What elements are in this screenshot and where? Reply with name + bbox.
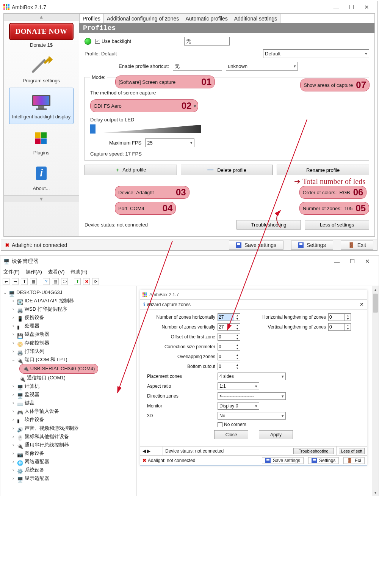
dm-maximize-button[interactable]: ☐: [349, 258, 355, 264]
add-profile-button[interactable]: ＋Add profile: [85, 165, 177, 175]
aspect-select[interactable]: 1:1: [218, 382, 259, 390]
rename-profile-button[interactable]: Rename profile: [277, 165, 369, 175]
mode-value-highlight[interactable]: [Software] Screen capture 01: [115, 75, 215, 88]
minimize-button[interactable]: —: [333, 4, 339, 10]
wizard-save-button[interactable]: Save settings: [262, 457, 304, 464]
wizard-troubleshooting-button[interactable]: Troubleshooting: [293, 448, 334, 454]
status-led-icon: [85, 38, 91, 45]
ambibox-titlebar: AmbiBox 2.1.7 — ☐ ✕: [1, 1, 377, 13]
menu-action[interactable]: 操作(A): [26, 269, 42, 275]
use-backlight-checkbox[interactable]: ✓Use backlight: [95, 38, 131, 44]
forward-icon[interactable]: ➡: [12, 278, 19, 285]
panel-title: Profiles: [79, 23, 374, 33]
correction-input[interactable]: ▴▾: [218, 343, 252, 351]
placement-select[interactable]: 4 sides: [218, 373, 286, 380]
no-corners-checkbox[interactable]: No corners: [218, 422, 293, 427]
sidebar-donate[interactable]: DONATE NOW Donate 1$: [9, 20, 74, 52]
wizard-settings-button[interactable]: Settings: [308, 457, 339, 464]
disable-icon[interactable]: ✖: [83, 278, 90, 285]
delete-profile-button[interactable]: —Delete profile: [181, 165, 273, 175]
method-select[interactable]: GDI FS Aero 02 ▾: [90, 99, 198, 112]
device-manager-icon: 🖥️: [3, 259, 9, 264]
window-title: AmbiBox 2.1.7: [12, 4, 333, 10]
wizard-apply-button[interactable]: Apply: [259, 430, 293, 439]
wizard-titlebar-title: AmbiBox 2.1.7: [149, 292, 365, 297]
shortcut-key-select[interactable]: unknown: [226, 62, 298, 71]
profile-label: Profile: Default: [85, 51, 117, 57]
scan-icon[interactable]: ⟳: [92, 278, 99, 285]
properties-icon[interactable]: ▤: [52, 278, 59, 285]
status-error-icon: ✖: [143, 458, 146, 463]
device-field[interactable]: Device: Adalight 03: [115, 186, 190, 199]
shortcut-input[interactable]: [173, 62, 222, 71]
scrollbar[interactable]: ▴▾: [372, 286, 379, 496]
back-icon[interactable]: ⬅: [3, 278, 9, 285]
tab-additional-zones[interactable]: Additional configuring of zones: [103, 14, 183, 23]
sidebar-item-program-settings[interactable]: Program settings: [9, 52, 74, 88]
dm-minimize-button[interactable]: —: [334, 258, 340, 264]
monitor-select[interactable]: Display 0: [218, 402, 259, 410]
save-settings-button[interactable]: Save settings: [229, 241, 283, 250]
vlen-input[interactable]: ▴▾: [328, 323, 351, 331]
sidebar-item-plugins[interactable]: Plugins: [9, 124, 74, 160]
order-colors-field[interactable]: Order of colors: RGB 06: [299, 186, 367, 199]
donate-button[interactable]: DONATE NOW: [9, 23, 73, 40]
port-field[interactable]: Port: COM4 04: [115, 202, 176, 215]
exit-icon: 🚪: [348, 242, 354, 248]
collapse-icon[interactable]: ◀ ▶: [143, 448, 150, 454]
3d-select[interactable]: No: [218, 412, 286, 420]
less-settings-button[interactable]: Less of settings: [305, 220, 369, 230]
enable-icon[interactable]: ⬆: [74, 278, 81, 285]
wizard-subtitle: Wizard capture zones: [147, 302, 360, 307]
overlap-input[interactable]: ▴▾: [218, 353, 252, 360]
wizard-close-button[interactable]: Close: [214, 430, 248, 439]
tab-profiles[interactable]: Profiles: [79, 14, 104, 23]
maximize-button[interactable]: ☐: [348, 4, 354, 10]
com4-device-highlight[interactable]: 🔌 USB-SERIAL CH340 (COM4): [19, 364, 98, 374]
settings-button[interactable]: Settings: [291, 241, 333, 250]
wizard-info-icon: ℹ: [143, 302, 145, 307]
sidebar-scroll-down[interactable]: ▼: [4, 195, 79, 202]
ambibox-app-icon: [143, 292, 147, 297]
troubleshooting-button[interactable]: Troubleshooting: [236, 220, 301, 230]
close-button[interactable]: ✕: [363, 4, 370, 10]
sidebar-scroll-up[interactable]: ▲: [4, 14, 79, 20]
wizard-close-icon[interactable]: ✕: [360, 302, 364, 307]
number-zones-field[interactable]: Number of zones: 105 05: [299, 202, 369, 215]
profile-select[interactable]: Default: [263, 49, 369, 58]
menu-file[interactable]: 文件(F): [3, 269, 20, 275]
tab-additional-settings[interactable]: Additional settings: [231, 14, 281, 23]
menu-help[interactable]: 帮助(H): [70, 269, 87, 275]
annotation-04: 04: [163, 203, 173, 214]
sidebar-item-about[interactable]: i About...: [9, 160, 74, 195]
up-icon[interactable]: ⬆: [21, 278, 28, 285]
floppy-icon: [312, 458, 317, 463]
tab-automatic-profiles[interactable]: Automatic profiles: [182, 14, 231, 23]
backlight-value-input[interactable]: [184, 37, 230, 46]
offset-input[interactable]: ▴▾: [218, 333, 252, 341]
grid-icon[interactable]: ▦: [30, 278, 37, 285]
sidebar: ▲ DONATE NOW Donate 1$ Program settings …: [3, 13, 79, 237]
floppy-icon: [298, 242, 304, 248]
show-areas-button[interactable]: Show areas of capture 07: [300, 79, 370, 91]
dm-close-button[interactable]: ✕: [364, 258, 370, 264]
direction-select[interactable]: <---------------------: [218, 392, 286, 400]
help-icon[interactable]: ?: [43, 278, 50, 285]
wizard-exit-button[interactable]: 🚪Exi: [343, 457, 365, 464]
delay-slider[interactable]: [90, 124, 363, 134]
hlen-input[interactable]: ▴▾: [328, 313, 351, 321]
annotation-06: 06: [353, 187, 363, 198]
bottom-cutout-input[interactable]: ▴▾: [218, 363, 252, 370]
donate-sublabel: Donate 1$: [9, 42, 74, 48]
h-zones-input[interactable]: ▴▾: [218, 313, 252, 321]
wizard-less-button[interactable]: Less of sett: [339, 448, 365, 454]
info-icon: i: [29, 164, 53, 182]
refresh-icon[interactable]: 🖵: [61, 278, 68, 285]
exit-button[interactable]: 🚪Exit: [341, 241, 373, 250]
v-zones-input[interactable]: ▴▾: [218, 323, 252, 331]
device-status-label: Device status: not connected: [85, 222, 148, 228]
device-tree[interactable]: ⌄🖥️DESKTOP-U04G63J ›💽IDE ATA/ATAPI 控制器 ›…: [0, 286, 137, 496]
menu-view[interactable]: 查看(V): [48, 269, 64, 275]
max-fps-select[interactable]: 25: [145, 138, 194, 147]
sidebar-item-intelligent-backlight[interactable]: Intelligent backlight display: [9, 88, 74, 124]
